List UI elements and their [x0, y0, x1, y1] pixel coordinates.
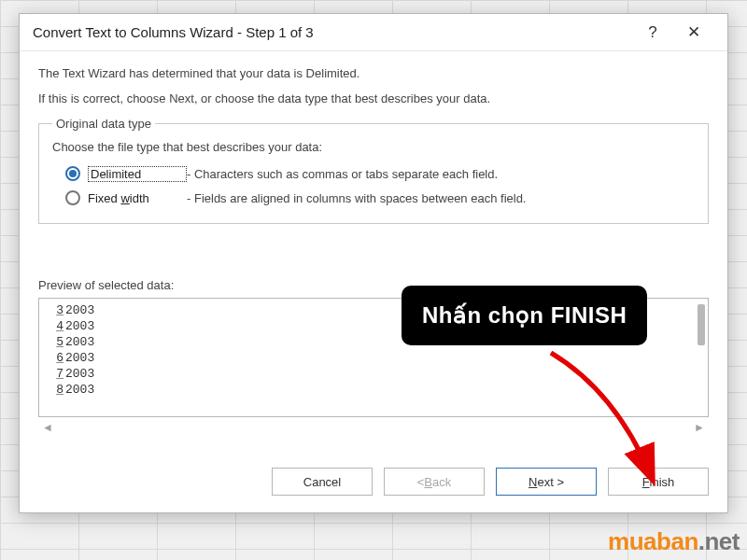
radio-fixed-width-row[interactable]: Fixed width - Fields are aligned in colu… [65, 186, 695, 210]
finish-button[interactable]: Finish [608, 468, 709, 496]
preview-row: 82003 [45, 382, 702, 398]
preview-horizontal-scroll[interactable]: ◄ ► [38, 417, 709, 434]
intro-text-1: The Text Wizard has determined that your… [38, 66, 709, 80]
original-data-type-group: Original data type Choose the file type … [38, 117, 709, 224]
dialog-body: The Text Wizard has determined that your… [20, 51, 727, 455]
radio-delimited-desc: - Characters such as commas or tabs sepa… [187, 167, 498, 181]
dialog-titlebar: Convert Text to Columns Wizard - Step 1 … [20, 14, 727, 51]
intro-text-2: If this is correct, choose Next, or choo… [38, 91, 709, 105]
scroll-left-icon[interactable]: ◄ [42, 421, 53, 434]
preview-vertical-scrollbar[interactable] [698, 304, 705, 345]
radio-unchecked-icon [65, 190, 80, 205]
preview-row: 62003 [45, 350, 702, 366]
radio-fixed-width-desc: - Fields are aligned in columns with spa… [187, 191, 526, 205]
close-button[interactable]: ✕ [673, 14, 714, 51]
radio-delimited-row[interactable]: Delimited - Characters such as commas or… [65, 161, 695, 186]
radio-fixed-width-label: Fixed width [88, 191, 187, 205]
preview-row: 72003 [45, 366, 702, 382]
help-button[interactable]: ? [632, 14, 673, 51]
scroll-right-icon[interactable]: ► [694, 421, 705, 434]
radio-delimited-label: Delimited [88, 166, 187, 182]
watermark-logo: muaban.net [608, 527, 740, 556]
choose-file-type-text: Choose the file type that best describes… [52, 140, 695, 154]
wizard-dialog: Convert Text to Columns Wizard - Step 1 … [19, 13, 728, 513]
next-button[interactable]: Next > [496, 468, 597, 496]
radio-checked-icon [65, 166, 80, 181]
dialog-title: Convert Text to Columns Wizard - Step 1 … [33, 24, 632, 40]
cancel-button[interactable]: Cancel [272, 468, 373, 496]
back-button: < Back [384, 468, 485, 496]
dialog-footer: Cancel < Back Next > Finish [20, 455, 727, 512]
group-legend: Original data type [52, 117, 155, 131]
instruction-callout: Nhấn chọn FINISH [402, 286, 647, 345]
